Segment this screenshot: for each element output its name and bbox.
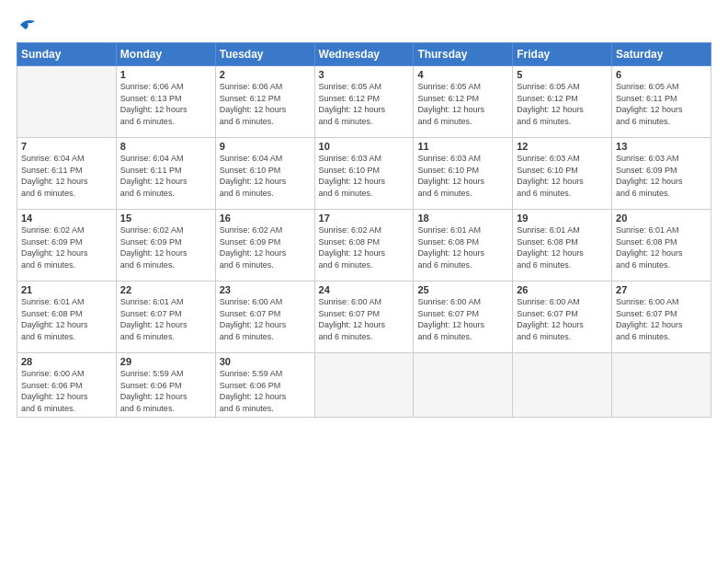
calendar-cell: 27Sunrise: 6:00 AM Sunset: 6:07 PM Dayli… [612,282,711,353]
day-info: Sunrise: 6:03 AM Sunset: 6:10 PM Dayligh… [417,153,508,199]
calendar-week-row: 28Sunrise: 6:00 AM Sunset: 6:06 PM Dayli… [17,353,711,418]
calendar-week-row: 21Sunrise: 6:01 AM Sunset: 6:08 PM Dayli… [17,282,711,353]
day-number: 13 [616,141,707,152]
day-number: 3 [319,69,410,80]
calendar-cell: 21Sunrise: 6:01 AM Sunset: 6:08 PM Dayli… [17,282,117,353]
day-number: 21 [21,284,112,295]
day-number: 9 [220,141,311,152]
day-info: Sunrise: 6:02 AM Sunset: 6:08 PM Dayligh… [319,224,410,270]
day-number: 11 [417,141,508,152]
day-number: 30 [220,356,311,367]
calendar-cell: 12Sunrise: 6:03 AM Sunset: 6:10 PM Dayli… [513,138,612,210]
day-number: 23 [220,284,311,295]
page-header [17,17,711,33]
day-info: Sunrise: 6:02 AM Sunset: 6:09 PM Dayligh… [220,224,311,270]
day-info: Sunrise: 6:02 AM Sunset: 6:09 PM Dayligh… [120,224,211,270]
calendar-cell: 6Sunrise: 6:05 AM Sunset: 6:11 PM Daylig… [612,66,711,138]
day-info: Sunrise: 5:59 AM Sunset: 6:06 PM Dayligh… [120,368,211,414]
calendar-cell: 18Sunrise: 6:01 AM Sunset: 6:08 PM Dayli… [414,210,513,282]
logo-bird-icon [18,17,37,33]
day-number: 14 [21,213,112,224]
day-info: Sunrise: 6:02 AM Sunset: 6:09 PM Dayligh… [21,224,112,270]
day-info: Sunrise: 6:00 AM Sunset: 6:07 PM Dayligh… [517,296,608,342]
day-info: Sunrise: 6:00 AM Sunset: 6:07 PM Dayligh… [417,296,508,342]
day-number: 10 [319,141,410,152]
day-info: Sunrise: 5:59 AM Sunset: 6:06 PM Dayligh… [220,368,311,414]
day-number: 5 [517,69,608,80]
calendar-cell [314,353,414,418]
day-number: 2 [220,69,311,80]
day-info: Sunrise: 6:01 AM Sunset: 6:07 PM Dayligh… [120,296,211,342]
logo [17,17,37,33]
calendar-cell: 29Sunrise: 5:59 AM Sunset: 6:06 PM Dayli… [116,353,215,418]
calendar-cell: 16Sunrise: 6:02 AM Sunset: 6:09 PM Dayli… [215,210,314,282]
day-number: 17 [319,213,410,224]
calendar-cell: 11Sunrise: 6:03 AM Sunset: 6:10 PM Dayli… [414,138,513,210]
day-number: 1 [120,69,211,80]
calendar-cell: 26Sunrise: 6:00 AM Sunset: 6:07 PM Dayli… [513,282,612,353]
weekday-header-saturday: Saturday [612,43,711,66]
calendar-cell [612,353,711,418]
calendar-cell: 7Sunrise: 6:04 AM Sunset: 6:11 PM Daylig… [17,138,117,210]
weekday-header-wednesday: Wednesday [314,43,414,66]
day-info: Sunrise: 6:04 AM Sunset: 6:11 PM Dayligh… [21,153,112,199]
day-number: 25 [417,284,508,295]
calendar-cell: 25Sunrise: 6:00 AM Sunset: 6:07 PM Dayli… [414,282,513,353]
calendar-cell: 8Sunrise: 6:04 AM Sunset: 6:11 PM Daylig… [116,138,215,210]
day-number: 8 [120,141,211,152]
day-info: Sunrise: 6:03 AM Sunset: 6:10 PM Dayligh… [517,153,608,199]
calendar-cell [513,353,612,418]
day-info: Sunrise: 6:06 AM Sunset: 6:12 PM Dayligh… [220,81,311,127]
calendar-week-row: 14Sunrise: 6:02 AM Sunset: 6:09 PM Dayli… [17,210,711,282]
calendar-cell: 10Sunrise: 6:03 AM Sunset: 6:10 PM Dayli… [314,138,414,210]
calendar-cell: 17Sunrise: 6:02 AM Sunset: 6:08 PM Dayli… [314,210,414,282]
calendar-cell: 20Sunrise: 6:01 AM Sunset: 6:08 PM Dayli… [612,210,711,282]
weekday-header-sunday: Sunday [17,43,117,66]
day-info: Sunrise: 6:03 AM Sunset: 6:09 PM Dayligh… [616,153,707,199]
calendar-cell: 22Sunrise: 6:01 AM Sunset: 6:07 PM Dayli… [116,282,215,353]
calendar-cell: 23Sunrise: 6:00 AM Sunset: 6:07 PM Dayli… [215,282,314,353]
day-number: 28 [21,356,112,367]
calendar-cell: 2Sunrise: 6:06 AM Sunset: 6:12 PM Daylig… [215,66,314,138]
day-info: Sunrise: 6:05 AM Sunset: 6:11 PM Dayligh… [616,81,707,127]
day-number: 22 [120,284,211,295]
calendar-cell: 4Sunrise: 6:05 AM Sunset: 6:12 PM Daylig… [414,66,513,138]
day-number: 12 [517,141,608,152]
calendar-cell: 14Sunrise: 6:02 AM Sunset: 6:09 PM Dayli… [17,210,117,282]
weekday-header-friday: Friday [513,43,612,66]
day-info: Sunrise: 6:05 AM Sunset: 6:12 PM Dayligh… [319,81,410,127]
day-number: 27 [616,284,707,295]
day-info: Sunrise: 6:04 AM Sunset: 6:10 PM Dayligh… [220,153,311,199]
day-info: Sunrise: 6:01 AM Sunset: 6:08 PM Dayligh… [417,224,508,270]
calendar-cell: 9Sunrise: 6:04 AM Sunset: 6:10 PM Daylig… [215,138,314,210]
day-number: 6 [616,69,707,80]
calendar-cell [17,66,117,138]
day-info: Sunrise: 6:00 AM Sunset: 6:07 PM Dayligh… [220,296,311,342]
calendar-week-row: 7Sunrise: 6:04 AM Sunset: 6:11 PM Daylig… [17,138,711,210]
calendar-table: SundayMondayTuesdayWednesdayThursdayFrid… [17,42,711,418]
day-info: Sunrise: 6:00 AM Sunset: 6:06 PM Dayligh… [21,368,112,414]
day-number: 4 [417,69,508,80]
day-number: 24 [319,284,410,295]
weekday-header-thursday: Thursday [414,43,513,66]
day-info: Sunrise: 6:05 AM Sunset: 6:12 PM Dayligh… [517,81,608,127]
calendar-cell: 1Sunrise: 6:06 AM Sunset: 6:13 PM Daylig… [116,66,215,138]
day-info: Sunrise: 6:01 AM Sunset: 6:08 PM Dayligh… [517,224,608,270]
day-info: Sunrise: 6:05 AM Sunset: 6:12 PM Dayligh… [417,81,508,127]
calendar-cell: 28Sunrise: 6:00 AM Sunset: 6:06 PM Dayli… [17,353,117,418]
calendar-cell: 19Sunrise: 6:01 AM Sunset: 6:08 PM Dayli… [513,210,612,282]
day-info: Sunrise: 6:03 AM Sunset: 6:10 PM Dayligh… [319,153,410,199]
day-number: 18 [417,213,508,224]
day-number: 19 [517,213,608,224]
day-number: 15 [120,213,211,224]
calendar-cell: 5Sunrise: 6:05 AM Sunset: 6:12 PM Daylig… [513,66,612,138]
day-number: 26 [517,284,608,295]
day-number: 16 [220,213,311,224]
calendar-cell: 15Sunrise: 6:02 AM Sunset: 6:09 PM Dayli… [116,210,215,282]
day-number: 20 [616,213,707,224]
day-info: Sunrise: 6:00 AM Sunset: 6:07 PM Dayligh… [319,296,410,342]
day-info: Sunrise: 6:01 AM Sunset: 6:08 PM Dayligh… [21,296,112,342]
calendar-cell: 3Sunrise: 6:05 AM Sunset: 6:12 PM Daylig… [314,66,414,138]
calendar-cell [414,353,513,418]
calendar-week-row: 1Sunrise: 6:06 AM Sunset: 6:13 PM Daylig… [17,66,711,138]
